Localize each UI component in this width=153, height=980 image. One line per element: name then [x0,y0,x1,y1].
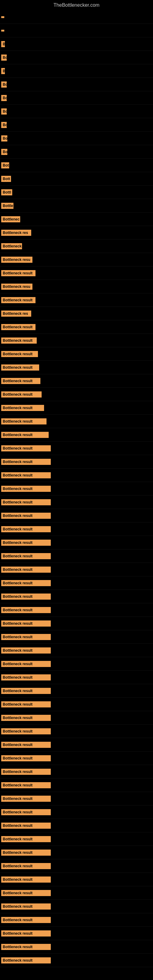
bar-area [52,552,152,560]
bottleneck-label: Bottleneck result [1,661,51,667]
table-row: Bottleneck result [0,482,153,495]
bar-area [6,40,152,48]
bar-area [52,728,152,735]
table-row: Bottleneck result [0,657,153,671]
bottleneck-label: Bottleneck result [1,836,51,842]
bottleneck-label: Bottleneck result [1,418,46,425]
bar-area [8,54,152,61]
bar-area [6,67,152,75]
bar-area [52,512,152,519]
bottleneck-label: Bottleneck result [1,755,51,761]
bar-area [52,539,152,546]
bottleneck-label: Bottl [1,189,12,196]
bar-area [8,121,152,129]
table-row: Bottleneck res [0,226,153,240]
table-row: Bottle [0,199,153,213]
table-row: Bottleneck result [0,347,153,361]
bar-area [52,566,152,573]
table-row: Bo [0,118,153,132]
bar-area [38,337,152,344]
bar-area [41,377,152,385]
bottleneck-label: Bottleneck result [1,391,41,398]
table-row: Bo [0,78,153,91]
bottleneck-label: Bottleneck result [1,863,51,869]
table-row: Bottleneck result [0,603,153,617]
bottleneck-label: Bottleneck result [1,486,51,492]
bar-area [10,162,152,169]
bar-area [50,431,152,439]
bottleneck-label: Bottleneck result [1,688,51,694]
bar-area [13,189,152,196]
bottleneck-label: Bottleneck result [1,931,51,937]
table-row: Bottleneck result [0,644,153,657]
bar-area [5,13,152,21]
table-row: Bottleneck result [0,617,153,630]
table-row: Bott [0,172,153,186]
table-row: Bottleneck result [0,711,153,725]
bar-area [37,296,152,304]
bottleneck-label: Bottleneck result [1,769,51,775]
table-row: Bo [0,132,153,145]
bottleneck-label: B [1,68,5,74]
bar-area [5,27,152,34]
table-row: Bottleneck result [0,765,153,778]
bar-area [23,243,152,250]
bottleneck-label: Bottleneck result [1,904,51,910]
bar-area [52,930,152,937]
bar-area [37,323,152,331]
bottleneck-label [1,30,4,32]
bottleneck-label: Bo [1,149,7,155]
bar-area [52,674,152,681]
table-row: Bottleneck result [0,469,153,482]
bar-area [32,310,152,317]
bar-area [52,525,152,533]
bottleneck-label: Bottleneck result [1,675,51,681]
bar-area [52,606,152,614]
table-row: Bottleneck result [0,522,153,536]
table-row: Bottleneck result [0,913,153,927]
table-row: Bottleneck result [0,293,153,307]
table-row: Bottleneck result [0,725,153,738]
bar-area [12,175,152,183]
bar-area [52,579,152,587]
bottleneck-label: Bottleneck result [1,593,51,600]
table-row: Bottleneck result [0,374,153,388]
table-row: Bottleneck result [0,266,153,280]
table-row: Bottleneck result [0,846,153,859]
bottleneck-label: Bo [1,81,7,88]
table-row: Bottleneck result [0,873,153,886]
bottleneck-label: Bottleneck result [1,809,51,815]
bottleneck-label: Bottleneck result [1,499,51,505]
table-row: Bottleneck result [0,778,153,792]
bar-area [48,418,152,425]
bar-area [52,485,152,492]
bottleneck-label: Bottleneck result [1,944,51,950]
table-row: Bo [0,91,153,105]
bottleneck-label: Bottleneck result [1,513,51,519]
bottleneck-label: Bottleneck result [1,566,51,573]
bottleneck-label: Bottleneck resu [1,283,32,290]
bar-area [21,216,152,223]
table-row: Bottleneck result [0,886,153,900]
bottleneck-label: Bottleneck [1,243,22,249]
bottleneck-label: Bottleneck result [1,459,51,465]
bar-area [39,350,152,358]
main-container: TheBottlenecker.com BBoBBoBoBoBoBoBoBotB… [0,0,153,973]
table-row: Bottleneck result [0,536,153,549]
bar-area [33,283,152,290]
table-row: Bottleneck result [0,455,153,469]
table-row: Bottleneck result [0,388,153,401]
table-row: Bottleneck result [0,361,153,374]
bottleneck-label: Bottleneck result [1,620,51,627]
bottleneck-label: Bottleneck result [1,378,40,384]
bar-area [52,458,152,466]
bar-area [52,876,152,883]
table-row: Bottleneck result [0,940,153,954]
bar-area [52,445,152,452]
table-row: Bo [0,145,153,159]
bottleneck-label: Bott [1,176,11,182]
table-row: Bottleneck result [0,859,153,873]
table-row: Bottleneck result [0,428,153,442]
bottleneck-label: Bottleneck res [1,310,31,317]
bar-area [52,957,152,964]
